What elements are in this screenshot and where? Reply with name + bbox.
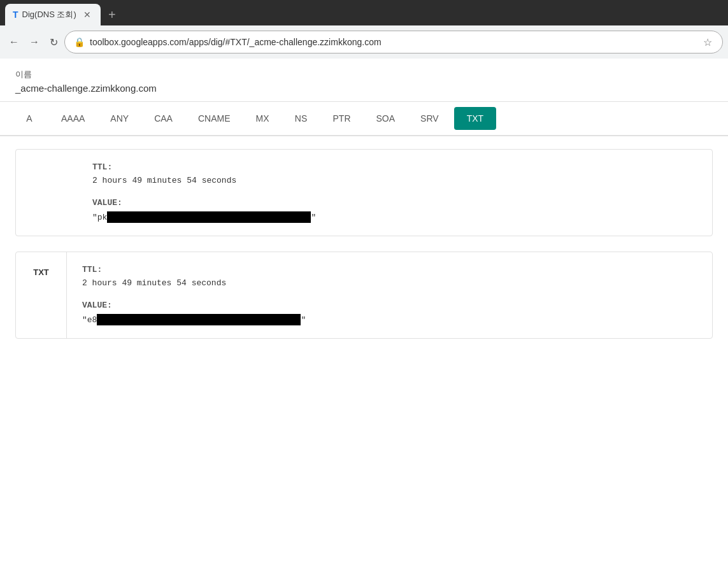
value-content-2: "e8": [82, 314, 697, 325]
ttl-label-2: TTL:: [82, 265, 697, 274]
record-card-1: TTL: 2 hours 49 minutes 54 seconds VALUE…: [15, 149, 713, 236]
reload-button[interactable]: ↻: [46, 32, 62, 52]
redacted-bar-2: [97, 314, 301, 325]
ttl-value-1: 2 hours 49 minutes 54 seconds: [92, 176, 636, 185]
tab-srv[interactable]: SRV: [408, 103, 452, 134]
reload-icon: ↻: [50, 36, 58, 48]
tab-txt[interactable]: TXT: [454, 107, 496, 130]
dns-type-tabs: A AAAA ANY CAA CNAME MX NS PTR SOA SRV T…: [0, 102, 728, 136]
value-suffix-2: ": [301, 315, 306, 325]
tab-close-button[interactable]: ✕: [82, 9, 93, 20]
value-label-2: VALUE:: [82, 301, 697, 310]
tab-ptr[interactable]: PTR: [320, 103, 364, 134]
value-content-1: "pk": [92, 211, 636, 223]
name-value: _acme-challenge.zzimkkong.com: [15, 83, 713, 94]
value-label-1: VALUE:: [92, 198, 636, 208]
value-suffix-1: ": [311, 213, 316, 222]
record-type-txt: TXT: [16, 252, 67, 338]
name-section: 이름 _acme-challenge.zzimkkong.com: [0, 59, 728, 102]
tab-bar: T Dig(DNS 조회) ✕ +: [0, 0, 728, 25]
tab-aaaa[interactable]: AAAA: [48, 103, 97, 134]
forward-icon: →: [29, 36, 39, 48]
tab-soa[interactable]: SOA: [364, 103, 408, 134]
url-input[interactable]: [90, 37, 697, 47]
new-tab-button[interactable]: +: [103, 8, 121, 22]
back-icon: ←: [9, 36, 19, 48]
lock-icon: 🔒: [74, 37, 85, 47]
record-section-2: TXT TTL: 2 hours 49 minutes 54 seconds V…: [15, 252, 713, 339]
forward-button[interactable]: →: [25, 32, 43, 52]
address-bar: 🔒 ☆: [64, 31, 723, 53]
redacted-bar-1: [107, 211, 311, 223]
back-button[interactable]: ←: [5, 32, 23, 52]
ttl-label-1: TTL:: [92, 162, 636, 172]
tab-a[interactable]: A: [10, 103, 48, 134]
tab-title: Dig(DNS 조회): [22, 9, 78, 20]
star-icon: ☆: [703, 37, 712, 48]
browser-window: T Dig(DNS 조회) ✕ + ← → ↻ 🔒 ☆ 이름 _acme-c: [0, 0, 728, 568]
value-prefix-2: "e8: [82, 315, 97, 325]
active-tab[interactable]: T Dig(DNS 조회) ✕: [5, 4, 101, 25]
tab-ns[interactable]: NS: [282, 103, 320, 134]
tab-mx[interactable]: MX: [243, 103, 282, 134]
ttl-value-2: 2 hours 49 minutes 54 seconds: [82, 278, 697, 288]
results-section: TTL: 2 hours 49 minutes 54 seconds VALUE…: [0, 136, 728, 364]
page-content: 이름 _acme-challenge.zzimkkong.com A AAAA …: [0, 59, 728, 568]
value-prefix-1: "pk: [92, 213, 107, 222]
tab-favicon: T: [13, 10, 18, 20]
record-body-2: TTL: 2 hours 49 minutes 54 seconds VALUE…: [67, 252, 712, 338]
bookmark-button[interactable]: ☆: [702, 35, 713, 50]
tab-caa[interactable]: CAA: [141, 103, 185, 134]
tab-cname[interactable]: CNAME: [185, 103, 243, 134]
navigation-bar: ← → ↻ 🔒 ☆: [0, 25, 728, 59]
tab-any[interactable]: ANY: [97, 103, 141, 134]
name-label: 이름: [15, 69, 713, 80]
